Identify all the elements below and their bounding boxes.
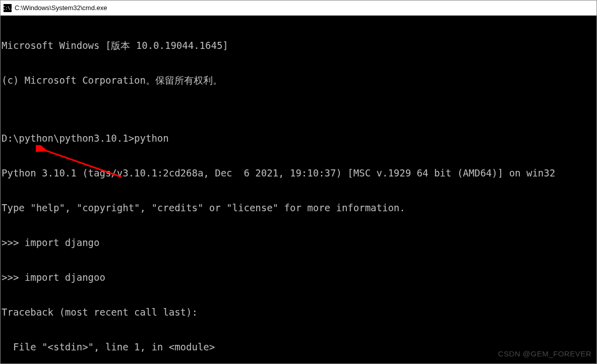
terminal-output[interactable]: Microsoft Windows [版本 10.0.19044.1645] (… <box>1 16 596 363</box>
terminal-line: Microsoft Windows [版本 10.0.19044.1645] <box>2 40 596 51</box>
terminal-line: >>> import django <box>2 237 596 249</box>
cmd-icon: C:\. <box>4 4 12 12</box>
terminal-line: Python 3.10.1 (tags/v3.10.1:2cd268a, Dec… <box>2 167 596 179</box>
cmd-window: C:\. C:\Windows\System32\cmd.exe Microso… <box>0 0 597 364</box>
terminal-line: >>> import djangoo <box>2 272 596 283</box>
terminal-line: Type "help", "copyright", "credits" or "… <box>2 202 596 214</box>
terminal-line: Traceback (most recent call last): <box>2 307 596 318</box>
window-title: C:\Windows\System32\cmd.exe <box>15 4 107 12</box>
terminal-line: (c) Microsoft Corporation。保留所有权利。 <box>2 75 596 86</box>
watermark: CSDN @GEM_FOREVER <box>498 348 591 359</box>
terminal-line: D:\python\python3.10.1>python <box>2 133 596 144</box>
titlebar[interactable]: C:\. C:\Windows\System32\cmd.exe <box>1 1 596 16</box>
